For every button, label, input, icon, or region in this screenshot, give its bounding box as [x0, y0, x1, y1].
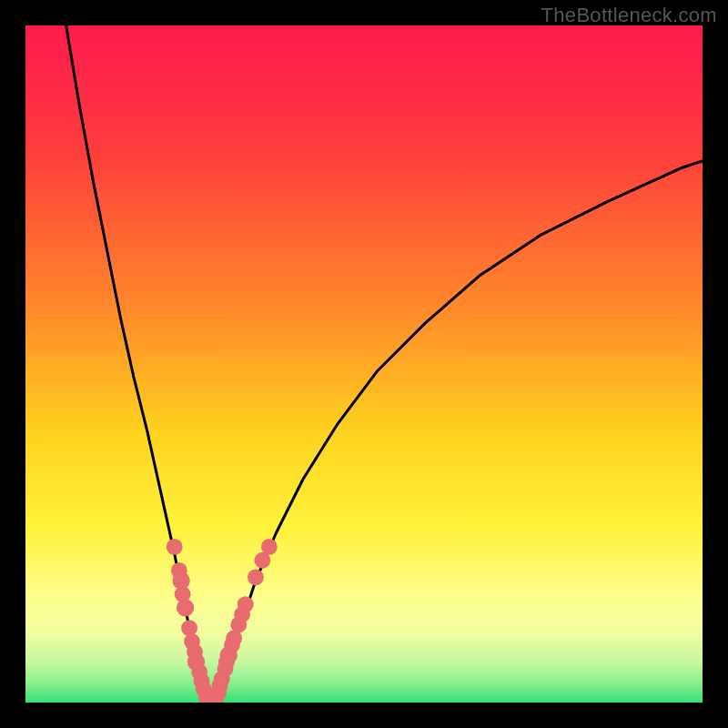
series-right-branch — [208, 161, 703, 703]
marker-dot — [167, 539, 183, 555]
chart-frame: TheBottleneck.com — [0, 0, 728, 728]
plot-area — [25, 25, 703, 703]
data-markers — [167, 539, 278, 703]
curve-lines — [66, 25, 703, 703]
chart-svg — [25, 25, 703, 703]
watermark-text: TheBottleneck.com — [541, 4, 717, 27]
marker-dot — [261, 539, 278, 555]
marker-dot — [181, 620, 197, 636]
marker-dot — [238, 596, 254, 612]
marker-dot — [177, 599, 194, 616]
marker-dot — [248, 569, 264, 585]
